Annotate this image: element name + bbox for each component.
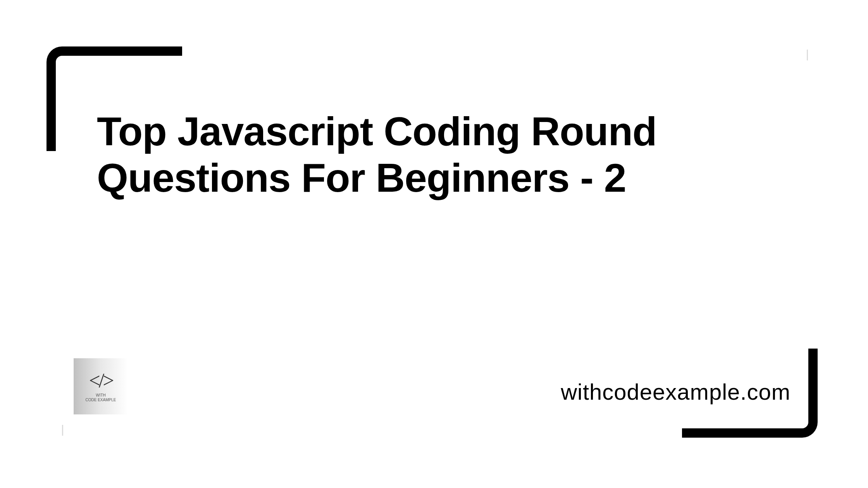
code-icon: </>: [89, 371, 112, 391]
logo-text-line1: WITH: [86, 393, 116, 398]
logo: </> WITH CODE EXAMPLE: [74, 358, 128, 414]
website-url: withcodeexample.com: [561, 379, 790, 405]
page-title: Top Javascript Coding Round Questions Fo…: [97, 108, 717, 201]
logo-text-line2: CODE EXAMPLE: [86, 398, 116, 402]
tick-bottom-left: [62, 425, 63, 436]
logo-text: WITH CODE EXAMPLE: [86, 393, 116, 402]
tick-top-right: [807, 50, 808, 60]
